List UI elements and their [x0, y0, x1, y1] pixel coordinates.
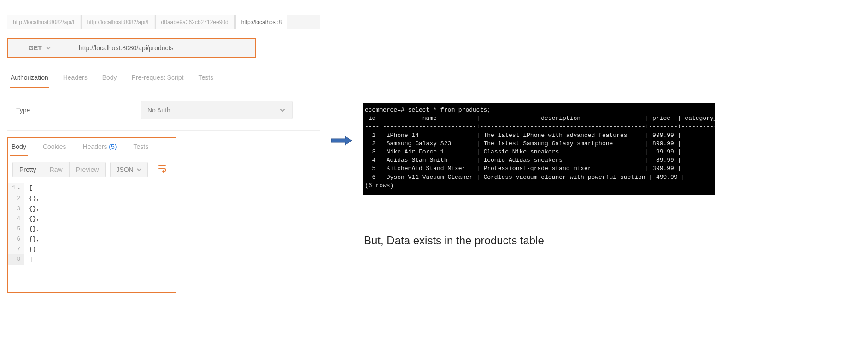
request-row: GET http://localhost:8080/api/products [7, 38, 256, 58]
tab-item[interactable]: http://localhost:8 [235, 15, 287, 29]
tab-item[interactable]: d0aabe9a362cb2712ee90d [155, 15, 235, 29]
view-pretty-button[interactable]: Pretty [13, 162, 43, 177]
response-tabs: Body Cookies Headers (5) Tests [8, 138, 176, 156]
auth-row: Type No Auth [7, 101, 320, 131]
api-client-panel: http://localhost:8082/api/l http://local… [7, 0, 320, 293]
terminal-output: ecommerce=# select * from products; id |… [363, 103, 715, 195]
subtab-headers[interactable]: Headers [62, 69, 88, 88]
auth-type-value: No Auth [147, 106, 170, 114]
response-body-code[interactable]: 1 ▾[ 2 {}, 3 {}, 4 {}, 5 {}, 6 {}, 7 {} … [8, 183, 176, 265]
http-method-select[interactable]: GET [8, 39, 72, 57]
tab-item[interactable]: http://localhost:8082/api/l [81, 15, 154, 29]
subtab-prerequest[interactable]: Pre-request Script [131, 69, 185, 88]
request-tabs: http://localhost:8082/api/l http://local… [7, 15, 320, 30]
view-raw-button[interactable]: Raw [43, 162, 70, 177]
view-preview-button[interactable]: Preview [70, 162, 106, 177]
chevron-down-icon [279, 107, 286, 113]
auth-type-label: Type [16, 106, 141, 114]
http-method-label: GET [29, 44, 42, 52]
wrap-lines-icon[interactable] [158, 165, 171, 175]
format-label: JSON [116, 166, 133, 173]
response-panel: Body Cookies Headers (5) Tests Pretty Ra… [7, 137, 176, 293]
chevron-down-icon [136, 167, 142, 172]
resp-tab-tests[interactable]: Tests [131, 138, 150, 156]
chevron-down-icon [46, 45, 51, 51]
headers-count: (5) [109, 143, 117, 150]
annotation-caption: But, Data exists in the products table [364, 234, 544, 247]
resp-tab-cookies[interactable]: Cookies [41, 138, 68, 156]
subtab-tests[interactable]: Tests [197, 69, 214, 88]
arrow-icon [330, 135, 352, 146]
request-subtabs: Authorization Headers Body Pre-request S… [7, 69, 320, 88]
tab-item[interactable]: http://localhost:8082/api/l [7, 15, 80, 29]
resp-tab-body[interactable]: Body [10, 138, 28, 156]
format-select[interactable]: JSON [110, 162, 147, 177]
resp-tab-headers[interactable]: Headers (5) [81, 138, 119, 156]
response-controls: Pretty Raw Preview JSON [8, 156, 176, 183]
view-mode-group: Pretty Raw Preview [12, 162, 106, 177]
request-url-input[interactable]: http://localhost:8080/api/products [72, 39, 255, 57]
subtab-body[interactable]: Body [101, 69, 118, 88]
subtab-authorization[interactable]: Authorization [10, 69, 49, 88]
auth-type-select[interactable]: No Auth [141, 101, 293, 119]
